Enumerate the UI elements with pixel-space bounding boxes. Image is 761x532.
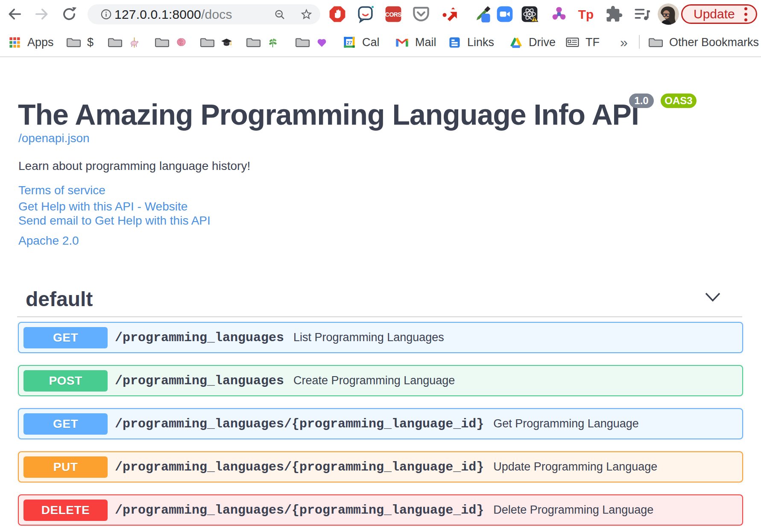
endpoint-row-post-create[interactable]: POST /programming_languages Create Progr… xyxy=(18,365,743,396)
herb-icon xyxy=(267,37,278,48)
section-divider xyxy=(17,316,742,317)
gmail-icon xyxy=(395,37,409,48)
carousel-horse-icon xyxy=(129,37,140,48)
back-icon[interactable] xyxy=(6,6,23,23)
endpoint-summary: Get Programming Language xyxy=(493,417,639,430)
browser-chrome: 127.0.0.1:8000/docs CORS Tp Update Apps … xyxy=(0,0,761,57)
http-method-badge: DELETE xyxy=(23,500,108,521)
bookmark-mail[interactable]: Mail xyxy=(395,34,436,50)
openapi-json-link[interactable]: /openapi.json xyxy=(18,132,90,145)
api-title: The Amazing Programming Language Info AP… xyxy=(18,100,639,129)
zoom-camera-icon[interactable] xyxy=(496,5,514,23)
site-info-icon[interactable] xyxy=(100,9,112,20)
license-link[interactable]: Apache 2.0 xyxy=(18,234,79,248)
endpoint-path: /programming_languages/{programming_lang… xyxy=(115,460,484,474)
bookmark-tf[interactable]: TF xyxy=(566,34,600,50)
note-card-icon xyxy=(566,37,579,48)
bookmarks-overflow-chevron[interactable]: » xyxy=(620,34,628,50)
tp-icon[interactable]: Tp xyxy=(577,5,595,23)
bookmark-star-icon[interactable] xyxy=(300,8,313,21)
url-text[interactable]: 127.0.0.1:8000/docs xyxy=(114,4,232,24)
pocket-icon[interactable] xyxy=(412,5,430,23)
blue-doc-icon xyxy=(448,36,461,49)
bookmark-cal[interactable]: 27 Cal xyxy=(343,34,380,50)
endpoint-path: /programming_languages/{programming_lang… xyxy=(115,417,484,431)
http-method-badge: GET xyxy=(23,413,108,435)
bookmark-drive[interactable]: Drive xyxy=(510,34,556,50)
graduation-cap-icon xyxy=(221,37,232,48)
bookmark-folder-purple-heart[interactable] xyxy=(295,34,328,50)
help-website-link[interactable]: Get Help with this API - Website xyxy=(18,200,187,213)
endpoint-summary: List Programming Languages xyxy=(293,331,444,344)
svg-text:CORS: CORS xyxy=(385,11,402,18)
swagger-ui: The Amazing Programming Language Info AP… xyxy=(0,57,761,531)
purple-pinwheel-icon[interactable] xyxy=(550,5,568,23)
folder-icon xyxy=(246,36,260,48)
avatar[interactable] xyxy=(658,3,679,25)
endpoint-path: /programming_languages xyxy=(115,374,284,388)
endpoint-row-get-one[interactable]: GET /programming_languages/{programming_… xyxy=(18,408,743,439)
zoom-out-icon[interactable] xyxy=(274,9,286,20)
adblock-icon[interactable] xyxy=(328,5,346,23)
chat-bubble-icon[interactable] xyxy=(357,5,375,23)
endpoint-row-get-list[interactable]: GET /programming_languages List Programm… xyxy=(18,322,743,353)
api-description: Learn about programming language history… xyxy=(18,159,250,173)
media-queue-icon[interactable] xyxy=(633,5,651,23)
address-bar[interactable]: 127.0.0.1:8000/docs xyxy=(88,4,320,24)
color-picker-icon[interactable] xyxy=(472,4,492,24)
bookmark-other-bookmarks[interactable]: Other Bookmarks xyxy=(648,34,759,50)
terms-link[interactable]: Terms of service xyxy=(18,184,105,197)
folder-icon xyxy=(200,36,214,48)
section-header[interactable]: default xyxy=(26,289,93,310)
bookmark-apps[interactable]: Apps xyxy=(9,34,54,50)
folder-icon xyxy=(155,36,169,48)
folder-icon xyxy=(108,36,122,48)
update-button[interactable]: Update xyxy=(681,4,757,24)
endpoint-summary: Update Programming Language xyxy=(493,460,657,474)
http-method-badge: GET xyxy=(23,327,108,348)
endpoint-row-delete[interactable]: DELETE /programming_languages/{programmi… xyxy=(18,494,743,526)
cors-icon[interactable]: CORS xyxy=(384,5,402,23)
endpoint-path: /programming_languages/{programming_lang… xyxy=(115,503,484,517)
bookmark-links[interactable]: Links xyxy=(448,34,494,50)
endpoint-summary: Delete Programming Language xyxy=(493,503,653,517)
endpoint-summary: Create Programming Language xyxy=(293,374,455,387)
apps-grid-icon xyxy=(9,36,21,49)
bookmark-folder-herb[interactable] xyxy=(246,34,278,50)
help-email-link[interactable]: Send email to Get Help with this API xyxy=(18,214,211,228)
red-arrow-icon[interactable] xyxy=(441,5,459,23)
forward-icon[interactable] xyxy=(33,6,50,23)
svg-text:27: 27 xyxy=(347,40,352,45)
brain-icon xyxy=(176,37,187,48)
extensions-puzzle-icon[interactable] xyxy=(605,5,623,23)
folder-icon xyxy=(648,36,663,48)
bookmark-folder-dollar[interactable]: $ xyxy=(66,34,94,50)
folder-icon xyxy=(295,36,310,48)
bookmarks-divider xyxy=(639,35,640,49)
oas3-badge: OAS3 xyxy=(661,94,697,108)
bookmark-folder-graduation[interactable] xyxy=(200,34,232,50)
bookmark-folder-brain[interactable] xyxy=(155,34,187,50)
update-label: Update xyxy=(694,7,735,21)
endpoint-path: /programming_languages xyxy=(115,330,284,345)
google-drive-icon xyxy=(510,37,522,48)
version-badge: 1.0 xyxy=(629,94,654,108)
reload-icon[interactable] xyxy=(61,6,78,23)
browser-menu-icon[interactable] xyxy=(744,7,747,21)
http-method-badge: PUT xyxy=(23,456,108,478)
bookmark-folder-carousel-horse[interactable] xyxy=(108,34,140,50)
react-devtools-icon[interactable] xyxy=(521,5,539,23)
endpoint-row-put-update[interactable]: PUT /programming_languages/{programming_… xyxy=(18,451,743,482)
svg-text:Tp: Tp xyxy=(578,7,594,21)
collapse-chevron-icon[interactable] xyxy=(705,292,721,302)
folder-icon xyxy=(66,36,81,48)
google-calendar-icon: 27 xyxy=(343,36,356,49)
http-method-badge: POST xyxy=(23,370,108,392)
purple-heart-icon xyxy=(316,37,328,48)
